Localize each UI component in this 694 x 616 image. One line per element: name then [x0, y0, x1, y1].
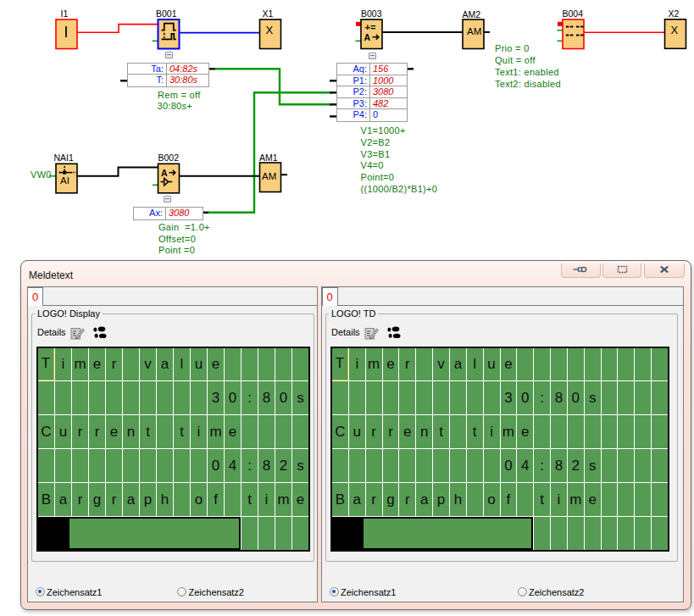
svg-text:A: A: [364, 32, 371, 42]
svg-text:AM: AM: [467, 26, 481, 36]
svg-text:+=: +=: [365, 22, 376, 32]
svg-text:X: X: [671, 24, 679, 36]
svg-text:AM: AM: [262, 171, 276, 181]
svg-text:AI: AI: [60, 175, 69, 186]
svg-text:A: A: [161, 168, 168, 178]
svg-text:X: X: [266, 24, 274, 36]
